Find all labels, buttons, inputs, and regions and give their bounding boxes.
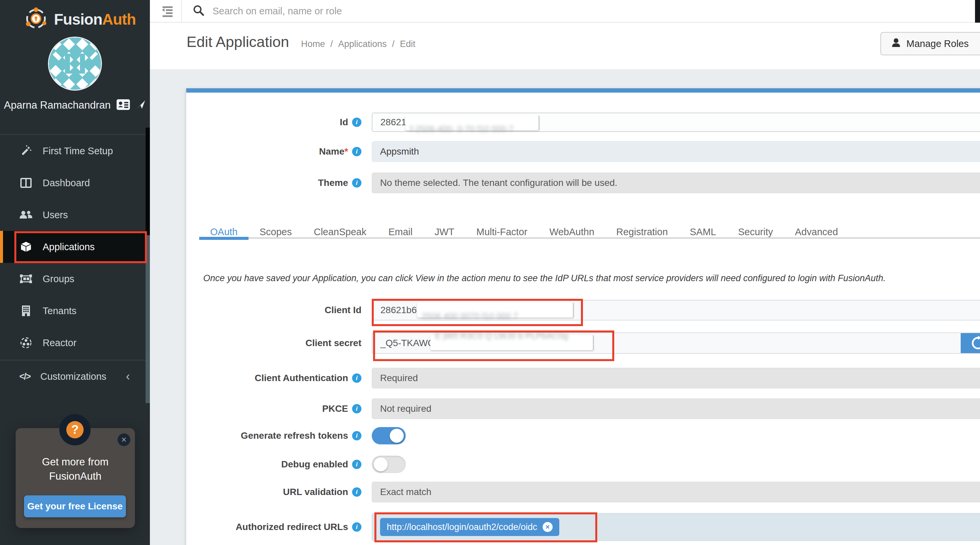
info-icon[interactable]: i [352,404,361,413]
client-authentication-select[interactable]: Required [372,368,980,389]
info-icon[interactable]: i [352,431,361,440]
info-icon[interactable]: i [352,118,361,127]
tab-cleanspeak[interactable]: CleanSpeak [303,226,377,237]
get-free-license-button[interactable]: Get your free License [24,496,126,517]
app-root: FusionAuth [0,0,980,545]
oauth-note: Once you have saved your Application, yo… [203,273,886,284]
tab-bar: OAuth Scopes CleanSpeak Email JWT Multi-… [199,226,980,239]
regenerate-secret-button[interactable] [961,333,980,353]
sidebar-item-reactor[interactable]: Reactor [0,327,150,359]
breadcrumb-home[interactable]: Home [301,39,325,49]
help-badge: ? [59,414,91,445]
id-field[interactable]: 28621b f-2506-400- 0-70 f10 000-7 [372,113,980,132]
sidebar-item-first-time-setup[interactable]: First Time Setup [0,135,150,167]
url-validation-select[interactable]: Exact match [372,482,980,502]
toggle-knob [390,429,404,443]
breadcrumb-applications[interactable]: Applications [338,39,387,49]
pkce-select[interactable]: Not required [372,398,980,419]
promo-close-button[interactable]: × [118,433,130,446]
tab-advanced[interactable]: Advanced [784,226,849,237]
info-icon[interactable]: i [352,373,361,383]
location-arrow-icon[interactable] [136,100,146,111]
url-validation-label: URL validation i [150,487,372,497]
name-field[interactable]: Appsmith [372,141,980,162]
sidebar-item-groups[interactable]: Groups [0,263,150,295]
form-row-theme: Theme i No theme selected. The tenant co… [150,172,980,193]
fusionauth-logo[interactable]: FusionAuth [23,6,136,33]
breadcrumb-edit: Edit [400,39,415,49]
page-header: Edit Application Home / Applications / E… [150,23,980,69]
form-row-generate-refresh-tokens: Generate refresh tokens i [150,427,980,445]
breadcrumb: Home / Applications / Edit [301,39,415,49]
tab-scopes[interactable]: Scopes [248,226,303,237]
info-icon[interactable]: i [352,178,361,188]
user-row: Aparna Ramachandran [0,99,150,111]
toggle-knob [374,457,388,472]
sidebar-item-dashboard[interactable]: Dashboard [0,167,150,199]
users-icon [19,210,33,220]
theme-label: Theme i [150,178,372,188]
info-icon[interactable]: i [352,147,361,156]
sidebar-item-label: Dashboard [43,178,90,188]
chevron-left-icon[interactable]: ‹ [126,370,130,383]
building-icon [19,305,33,317]
id-label: Id i [150,117,372,127]
form-row-name: Name* i Appsmith [150,141,980,162]
generate-refresh-tokens-label: Generate refresh tokens i [150,430,372,441]
tab-security[interactable]: Security [727,226,784,237]
person-icon [892,38,900,49]
annotation-box-client-id [372,299,583,326]
object-group-icon [19,274,33,284]
sidebar: FusionAuth [0,0,150,545]
authorized-redirect-urls-label: Authorized redirect URLs i [150,522,372,532]
info-icon[interactable]: i [352,522,361,532]
main-area: Edit Application Home / Applications / E… [150,0,980,545]
tab-multi-factor[interactable]: Multi-Factor [465,226,538,237]
tab-registration[interactable]: Registration [605,226,679,237]
brand-wordmark: FusionAuth [54,10,136,28]
user-name: Aparna Ramachandran [4,99,111,111]
form-row-client-authentication: Client Authentication i Required [150,368,980,389]
info-icon[interactable]: i [352,460,361,469]
breadcrumb-separator: / [331,39,333,49]
debug-enabled-label: Debug enabled i [150,459,372,470]
question-mark-icon: ? [66,421,84,438]
client-secret-label: Client secret [150,338,372,349]
magic-wand-icon [19,145,33,157]
sidebar-item-label: Customizations [40,371,106,382]
tab-email[interactable]: Email [377,226,424,237]
sidebar-item-label: Tenants [43,306,76,317]
sidebar-collapse-icon[interactable] [161,5,175,19]
form-row-debug-enabled: Debug enabled i [150,456,980,473]
form-row-url-validation: URL validation i Exact match [150,482,980,502]
tab-oauth[interactable]: OAuth [199,226,248,237]
tab-saml[interactable]: SAML [679,226,727,237]
sidebar-item-tenants[interactable]: Tenants [0,295,150,327]
info-icon[interactable]: i [352,488,361,497]
manage-roles-button[interactable]: Manage Roles [880,32,980,55]
sidebar-item-customizations[interactable]: </> Customizations ‹ [0,360,150,392]
tab-jwt[interactable]: JWT [423,226,465,237]
topbar [150,0,980,23]
generate-refresh-tokens-toggle[interactable] [372,427,406,445]
screen-edge-strip [975,0,980,23]
id-card-icon[interactable] [116,99,130,111]
theme-field[interactable]: No theme selected. The tenant configurat… [372,172,980,193]
search-bar [192,0,792,22]
tab-webauthn[interactable]: WebAuthn [538,226,605,237]
promo-title: Get more from FusionAuth [16,455,135,483]
annotation-box-redirect-urls [374,512,597,542]
annotation-box-applications [14,231,147,263]
form-row-pkce: PKCE i Not required [150,398,980,419]
sidebar-item-label: Users [43,210,68,220]
columns-icon [19,178,33,188]
sidebar-item-users[interactable]: Users [0,199,150,231]
fusionauth-logo-icon [23,6,49,33]
search-input[interactable] [213,6,712,17]
avatar[interactable] [49,38,101,89]
search-icon[interactable] [192,4,205,18]
debug-enabled-toggle[interactable] [372,456,406,473]
topbar-divider [181,0,182,22]
annotation-box-client-secret [373,330,614,361]
sidebar-item-label: Reactor [43,338,76,349]
